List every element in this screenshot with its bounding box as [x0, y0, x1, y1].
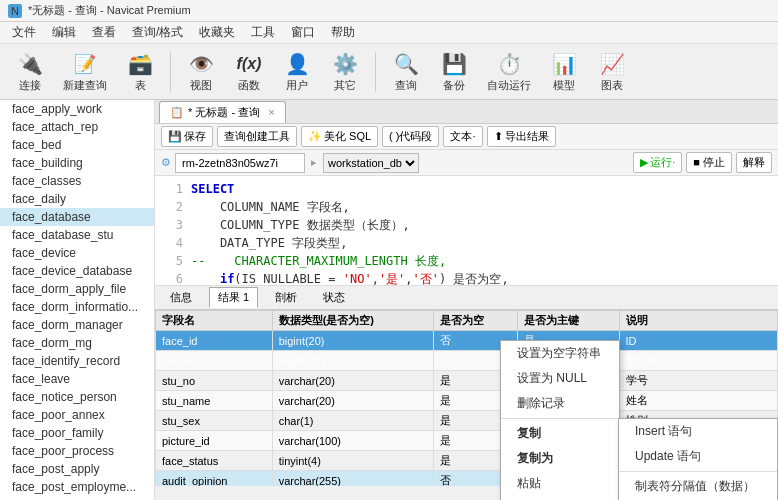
sm-tab-data[interactable]: 制表符分隔值（数据） — [619, 474, 777, 499]
sidebar-item-dorm-info[interactable]: face_dorm_informatio... — [0, 298, 154, 316]
sidebar-item-leave[interactable]: face_leave — [0, 370, 154, 388]
database-select[interactable]: workstation_db — [323, 153, 419, 173]
rtab-profile[interactable]: 剖析 — [266, 287, 306, 308]
chart-icon: 📈 — [598, 50, 626, 78]
sidebar-item-post-employ[interactable]: face_post_employme... — [0, 478, 154, 496]
query-button[interactable]: 🔍 查询 — [384, 45, 428, 98]
sm-insert[interactable]: Insert 语句 — [619, 419, 777, 444]
stop-label: ■ 停止 — [693, 155, 725, 170]
other-label: 其它 — [334, 78, 356, 93]
cm-paste[interactable]: 粘贴 — [501, 471, 619, 496]
stop-button[interactable]: ■ 停止 — [686, 152, 732, 173]
sidebar-item-dorm-mgr[interactable]: face_dorm_manager — [0, 316, 154, 334]
backup-button[interactable]: 💾 备份 — [432, 45, 476, 98]
sidebar-item-daily[interactable]: face_daily — [0, 190, 154, 208]
cm-set-empty[interactable]: 设置为空字符串 — [501, 341, 619, 366]
sidebar-item-database[interactable]: face_database — [0, 208, 154, 226]
sidebar-item-dorm-apply[interactable]: face_dorm_apply_file — [0, 280, 154, 298]
table-row[interactable]: stu_idbigint(20)否是学生ID — [156, 351, 778, 371]
connect-button[interactable]: 🔌 连接 — [8, 45, 52, 98]
sidebar-item-poor-process[interactable]: face_poor_process — [0, 442, 154, 460]
sidebar-item-dorm-mg[interactable]: face_dorm_mg — [0, 334, 154, 352]
menu-window[interactable]: 窗口 — [283, 22, 323, 43]
tab-close-icon[interactable]: × — [268, 106, 274, 118]
window-title: *无标题 - 查询 - Navicat Premium — [28, 3, 191, 18]
new-query-icon: 📝 — [71, 50, 99, 78]
sm-update[interactable]: Update 语句 — [619, 444, 777, 469]
cm-delete[interactable]: 删除记录 — [501, 391, 619, 416]
menu-favorites[interactable]: 收藏夹 — [191, 22, 243, 43]
address-bar: ⚙ ▸ workstation_db ▶ 运行· ■ 停止 解释 — [155, 150, 778, 176]
run-button[interactable]: ▶ 运行· — [633, 152, 682, 173]
sidebar: face_apply_work face_attach_rep face_bed… — [0, 100, 155, 500]
menu-help[interactable]: 帮助 — [323, 22, 363, 43]
sql-line-6: 6 if(IS_NULLABLE = 'NO','是','否') 是否为空, — [163, 270, 770, 286]
menu-query-format[interactable]: 查询/格式 — [124, 22, 191, 43]
beautify-icon: ✨ — [308, 130, 322, 143]
new-query-button[interactable]: 📝 新建查询 — [56, 45, 114, 98]
query-toolbar: 💾 保存 查询创建工具 ✨ 美化 SQL ( )代码段 文本· ⬆ 导出结果 — [155, 124, 778, 150]
col-desc: 说明 — [619, 311, 777, 331]
export-button[interactable]: ⬆ 导出结果 — [487, 126, 556, 147]
menu-view[interactable]: 查看 — [84, 22, 124, 43]
sidebar-item-apply-work[interactable]: face_apply_work — [0, 100, 154, 118]
server-icon: ⚙ — [161, 156, 171, 169]
explain-label: 解释 — [743, 155, 765, 170]
cm-set-null[interactable]: 设置为 NULL — [501, 366, 619, 391]
sidebar-item-post-table[interactable]: face_post_table — [0, 496, 154, 500]
menu-file[interactable]: 文件 — [4, 22, 44, 43]
text-label: 文本· — [450, 129, 475, 144]
sql-line-1: 1SELECT — [163, 180, 770, 198]
title-bar: N *无标题 - 查询 - Navicat Premium — [0, 0, 778, 22]
other-button[interactable]: ⚙️ 其它 — [323, 45, 367, 98]
table-button[interactable]: 🗃️ 表 — [118, 45, 162, 98]
rtab-status[interactable]: 状态 — [314, 287, 354, 308]
col-nullable: 是否为空 — [433, 311, 518, 331]
save-button[interactable]: 💾 保存 — [161, 126, 213, 147]
model-button[interactable]: 📊 模型 — [542, 45, 586, 98]
table-row[interactable]: stu_novarchar(20)是否学号 — [156, 371, 778, 391]
view-button[interactable]: 👁️ 视图 — [179, 45, 223, 98]
sidebar-item-attach-rep[interactable]: face_attach_rep — [0, 118, 154, 136]
server-input[interactable] — [175, 153, 305, 173]
code-snippet-button[interactable]: ( )代码段 — [382, 126, 439, 147]
function-button[interactable]: f(x) 函数 — [227, 45, 271, 98]
query-builder-label: 查询创建工具 — [224, 129, 290, 144]
sidebar-item-poor-annex[interactable]: face_poor_annex — [0, 406, 154, 424]
cm-copy[interactable]: 复制 — [501, 421, 619, 446]
cm-show[interactable]: 显示 ▶ — [501, 496, 619, 500]
beautify-button[interactable]: ✨ 美化 SQL — [301, 126, 378, 147]
run-label: 运行· — [650, 155, 675, 170]
col-field: 字段名 — [156, 311, 273, 331]
sidebar-item-post-apply[interactable]: face_post_apply — [0, 460, 154, 478]
explain-button[interactable]: 解释 — [736, 152, 772, 173]
sidebar-item-device-db[interactable]: face_device_database — [0, 262, 154, 280]
text-button[interactable]: 文本· — [443, 126, 482, 147]
sidebar-item-poor-family[interactable]: face_poor_family — [0, 424, 154, 442]
query-tab[interactable]: 📋 * 无标题 - 查询 × — [159, 101, 286, 123]
export-label: 导出结果 — [505, 129, 549, 144]
sidebar-item-bed[interactable]: face_bed — [0, 136, 154, 154]
sidebar-item-database-stu[interactable]: face_database_stu — [0, 226, 154, 244]
table-row[interactable]: stu_namevarchar(20)是否姓名 — [156, 391, 778, 411]
menu-bar: 文件 编辑 查看 查询/格式 收藏夹 工具 窗口 帮助 — [0, 22, 778, 44]
menu-tools[interactable]: 工具 — [243, 22, 283, 43]
app-icon: N — [8, 4, 22, 18]
sidebar-item-identify[interactable]: face_identify_record — [0, 352, 154, 370]
rtab-info[interactable]: 信息 — [161, 287, 201, 308]
chart-button[interactable]: 📈 图表 — [590, 45, 634, 98]
user-button[interactable]: 👤 用户 — [275, 45, 319, 98]
sidebar-item-notice[interactable]: face_notice_person — [0, 388, 154, 406]
sql-editor[interactable]: 1SELECT 2 COLUMN_NAME 字段名, 3 COLUMN_TYPE… — [155, 176, 778, 286]
table-row[interactable]: face_idbigint(20)否是ID — [156, 331, 778, 351]
query-builder-button[interactable]: 查询创建工具 — [217, 126, 297, 147]
rtab-result[interactable]: 结果 1 — [209, 287, 258, 308]
menu-edit[interactable]: 编辑 — [44, 22, 84, 43]
cm-copy-as[interactable]: 复制为 — [501, 446, 619, 471]
sidebar-item-classes[interactable]: face_classes — [0, 172, 154, 190]
sidebar-item-building[interactable]: face_building — [0, 154, 154, 172]
autorun-button[interactable]: ⏱️ 自动运行 — [480, 45, 538, 98]
toolbar: 🔌 连接 📝 新建查询 🗃️ 表 👁️ 视图 f(x) 函数 👤 用户 ⚙️ 其… — [0, 44, 778, 100]
tab-icon: 📋 — [170, 106, 184, 119]
sidebar-item-device[interactable]: face_device — [0, 244, 154, 262]
